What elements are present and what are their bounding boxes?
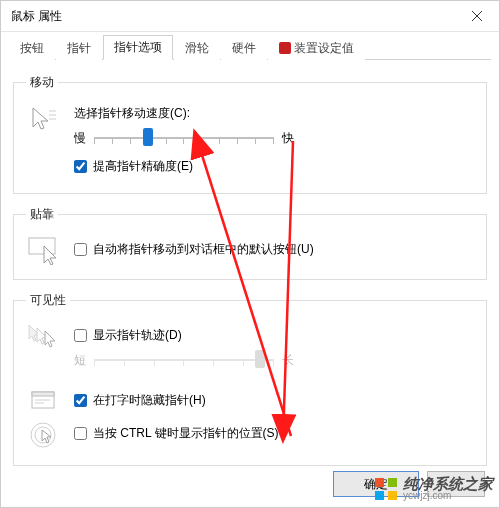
trail-length-slider: [94, 350, 274, 370]
dialog-button-row: 确定: [333, 471, 485, 497]
speed-slider[interactable]: [94, 128, 274, 148]
tab-wheel[interactable]: 滑轮: [174, 36, 220, 60]
group-snap-legend: 贴靠: [26, 206, 58, 223]
locate-pointer-icon: [29, 421, 59, 451]
tab-label: 装置设定值: [294, 41, 354, 55]
svg-rect-5: [29, 238, 55, 254]
tab-pointers[interactable]: 指针: [56, 36, 102, 60]
tab-pointer-options[interactable]: 指针选项: [103, 35, 173, 60]
tab-device-settings[interactable]: 装置设定值: [268, 36, 365, 60]
cancel-button-cut[interactable]: [427, 471, 485, 497]
show-trails-checkbox[interactable]: 显示指针轨迹(D): [74, 327, 474, 344]
enhance-precision-checkbox[interactable]: 提高指针精确度(E): [74, 158, 474, 175]
tab-label: 按钮: [20, 41, 44, 55]
pointer-speed-icon: [29, 105, 59, 135]
trail-long-label: 长: [282, 352, 294, 369]
tabs: 按钮 指针 指针选项 滑轮 硬件 装置设定值: [9, 38, 491, 60]
tab-panel-pointer-options: 移动 选择指针移动速度(C): 慢: [1, 60, 499, 466]
group-visibility-legend: 可见性: [26, 292, 70, 309]
tab-label: 指针: [67, 41, 91, 55]
snap-icon: [28, 237, 60, 265]
speed-slow-label: 慢: [74, 130, 86, 147]
speed-fast-label: 快: [282, 130, 294, 147]
close-button[interactable]: [454, 1, 499, 31]
snap-to-default-checkbox[interactable]: 自动将指针移动到对话框中的默认按钮(U): [74, 241, 474, 258]
show-location-ctrl-label: 当按 CTRL 键时显示指针的位置(S): [93, 425, 279, 442]
pointer-trail-icon: [27, 323, 61, 349]
snap-to-default-label: 自动将指针移动到对话框中的默认按钮(U): [93, 241, 314, 258]
tabs-area: 按钮 指针 指针选项 滑轮 硬件 装置设定值: [1, 32, 499, 60]
group-motion: 移动 选择指针移动速度(C): 慢: [13, 74, 487, 194]
tab-label: 指针选项: [114, 40, 162, 54]
mouse-properties-window: 鼠标 属性 按钮 指针 指针选项 滑轮 硬件 装置设定值 移动: [0, 0, 500, 508]
tab-label: 滑轮: [185, 41, 209, 55]
tab-label: 硬件: [232, 41, 256, 55]
group-motion-legend: 移动: [26, 74, 58, 91]
hide-while-typing-checkbox[interactable]: 在打字时隐藏指针(H): [74, 392, 474, 409]
enhance-precision-label: 提高指针精确度(E): [93, 158, 193, 175]
group-snap: 贴靠 自动将指针移动到对话框中的默认按钮(U): [13, 206, 487, 280]
window-title: 鼠标 属性: [11, 8, 62, 25]
tab-hardware[interactable]: 硬件: [221, 36, 267, 60]
hide-while-typing-label: 在打字时隐藏指针(H): [93, 392, 206, 409]
close-icon: [472, 11, 482, 21]
speed-label: 选择指针移动速度(C):: [74, 105, 474, 122]
svg-rect-7: [32, 392, 54, 396]
hide-pointer-icon: [30, 388, 58, 412]
ok-button[interactable]: 确定: [333, 471, 419, 497]
trail-short-label: 短: [74, 352, 86, 369]
show-trails-label: 显示指针轨迹(D): [93, 327, 182, 344]
show-location-ctrl-checkbox[interactable]: 当按 CTRL 键时显示指针的位置(S): [74, 425, 474, 442]
synaptics-icon: [279, 42, 291, 54]
ok-button-label: 确定: [364, 476, 388, 493]
group-visibility: 可见性 显示指针轨迹(D): [13, 292, 487, 466]
titlebar: 鼠标 属性: [1, 1, 499, 32]
tab-buttons[interactable]: 按钮: [9, 36, 55, 60]
